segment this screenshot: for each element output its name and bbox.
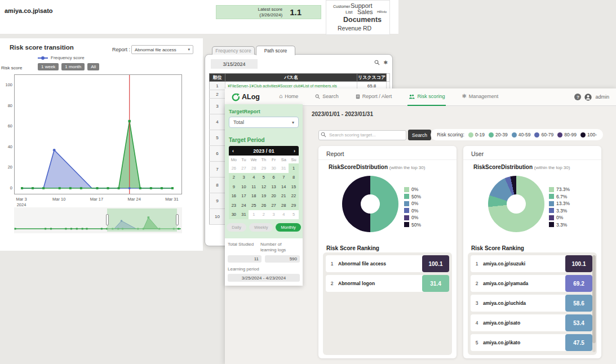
- calendar-date-cell[interactable]: 30: [269, 163, 279, 173]
- calendar-date-cell[interactable]: 5: [289, 210, 299, 220]
- calendar-date-cell[interactable]: 23: [229, 201, 239, 210]
- target-report-label: TargetReport: [229, 109, 299, 114]
- user-ranking-list: 1 amiya.co.jp\suzuki 100.12 amiya.co.jp\…: [468, 252, 597, 355]
- calendar-date-cell[interactable]: 18: [249, 192, 259, 201]
- calendar-date-cell[interactable]: 2: [259, 210, 269, 220]
- user-icon[interactable]: [584, 94, 592, 101]
- calendar-date-cell[interactable]: 31: [239, 210, 249, 220]
- donut-legend-item: 73.3%: [549, 187, 570, 192]
- calendar-date-cell[interactable]: 15: [289, 182, 299, 192]
- calendar-date-cell[interactable]: 19: [259, 192, 269, 201]
- nav-risk-scoring[interactable]: Risk scoring: [407, 88, 446, 106]
- date-range-label: 2023/01/01 - 2023/01/31: [312, 111, 373, 117]
- donut-legend-item: 6.7%: [549, 194, 570, 199]
- ranking-row[interactable]: 5 amiya.co.jp\kato 47.5: [471, 334, 592, 351]
- calendar-date-cell[interactable]: 1: [249, 210, 259, 220]
- people-icon: [409, 94, 415, 99]
- range-handle-left[interactable]: [106, 214, 109, 225]
- calendar-date-cell[interactable]: 8: [289, 173, 299, 183]
- calendar-date-cell[interactable]: 30: [229, 210, 239, 220]
- range-button-1week[interactable]: 1 week: [38, 63, 59, 70]
- scrollbar[interactable]: [592, 255, 596, 352]
- nav-report-alert[interactable]: Report / Alert: [354, 88, 393, 106]
- calendar-date-cell[interactable]: 11: [249, 182, 259, 192]
- tab-frequency-score[interactable]: Frequency score: [212, 46, 255, 55]
- calendar-date-cell[interactable]: 25: [249, 201, 259, 210]
- calendar-date-cell[interactable]: 10: [239, 182, 249, 192]
- risk-band-legend-item: 60-79: [534, 132, 553, 137]
- search-scoring-input[interactable]: [318, 130, 406, 140]
- ranking-row[interactable]: 3 amiya.co.jp\uchida 58.6: [471, 295, 592, 312]
- target-report-select[interactable]: Total▾: [229, 117, 299, 128]
- calendar-date-cell[interactable]: 24: [239, 201, 249, 210]
- calendar-date-cell[interactable]: 27: [239, 163, 249, 173]
- tab-path-score[interactable]: Path score: [256, 46, 295, 55]
- calendar-date-cell[interactable]: 4: [278, 210, 289, 220]
- calendar-date-cell[interactable]: 3: [269, 210, 279, 220]
- calendar-date-cell[interactable]: 17: [239, 192, 249, 201]
- help-icon[interactable]: ?: [574, 94, 581, 100]
- band-color-dot: [580, 132, 586, 137]
- alog-logo[interactable]: ALog: [232, 93, 260, 101]
- calendar-date-cell[interactable]: 6: [269, 173, 279, 183]
- range-selector-chart[interactable]: [14, 207, 182, 233]
- calendar-date-cell[interactable]: 9: [229, 182, 239, 192]
- ranking-row[interactable]: 4 amiya.co.jp\sato 53.4: [471, 314, 592, 331]
- selected-range-region[interactable]: [107, 208, 177, 232]
- calendar-date-cell[interactable]: 31: [278, 163, 289, 173]
- ranking-row[interactable]: 1 Abnormal file access 100.1: [326, 255, 449, 272]
- calendar-day-name: Fr: [269, 156, 279, 163]
- calendar-next-icon[interactable]: ›: [294, 148, 295, 154]
- nav-management[interactable]: ✱ Management: [460, 88, 499, 106]
- range-handle-right[interactable]: [176, 214, 179, 225]
- calendar-date-cell[interactable]: 2: [229, 173, 239, 183]
- y-axis-tick: 60: [2, 123, 12, 128]
- x-axis-tick: Mar 17: [85, 197, 109, 202]
- range-button-all[interactable]: All: [87, 63, 99, 70]
- calendar-date-cell[interactable]: 26: [259, 201, 269, 210]
- calendar-date-cell[interactable]: 28: [278, 201, 289, 210]
- calendar-date-cell[interactable]: 27: [269, 201, 279, 210]
- rank-number: 2: [471, 281, 483, 286]
- settings-icon[interactable]: ✱: [383, 60, 388, 65]
- calendar-date-cell[interactable]: 14: [278, 182, 289, 192]
- calendar-date-cell[interactable]: 1: [289, 163, 299, 173]
- calendar-date-cell[interactable]: 28: [249, 163, 259, 173]
- calendar-date-cell[interactable]: 21: [278, 192, 289, 201]
- nav-search[interactable]: Search: [314, 88, 340, 106]
- rank-number: 4: [471, 320, 483, 326]
- calendar-date-cell[interactable]: 13: [269, 182, 279, 192]
- ranking-row[interactable]: 2 amiya.co.jp\yamada 69.2: [471, 275, 592, 292]
- x-axis-tick: Mar 10: [47, 197, 72, 202]
- rank-cell: 4: [210, 114, 225, 130]
- ranking-row[interactable]: 2 Abnormal logon 31.4: [326, 275, 449, 292]
- calendar-date-cell[interactable]: 29: [259, 163, 269, 173]
- calendar-date-cell[interactable]: 29: [289, 201, 299, 210]
- calendar-date-cell[interactable]: 3: [239, 173, 249, 183]
- scoring-search: Search: [318, 130, 431, 140]
- search-icon[interactable]: [374, 60, 380, 65]
- ranking-row[interactable]: 1 amiya.co.jp\suzuki 100.1: [471, 255, 592, 272]
- nav-home[interactable]: ⌂ Home: [278, 88, 299, 106]
- calendar-date-cell[interactable]: 16: [229, 192, 239, 201]
- view-weekly-button[interactable]: Weekly: [249, 223, 273, 232]
- calendar-date-cell[interactable]: 12: [259, 182, 269, 192]
- calendar-date-cell[interactable]: 22: [289, 192, 299, 201]
- calendar-date-cell[interactable]: 4: [249, 173, 259, 183]
- word-cloud-tag: Documents: [343, 16, 382, 24]
- date-input[interactable]: 3/15/2024: [211, 59, 258, 69]
- line-marker-icon: [38, 57, 48, 59]
- scrollbar-thumb[interactable]: [592, 255, 596, 343]
- calendar-date-cell[interactable]: 7: [278, 173, 289, 183]
- calendar-date-cell[interactable]: 20: [269, 192, 279, 201]
- search-button[interactable]: Search: [408, 130, 431, 140]
- score-badge: 58.6: [565, 295, 592, 312]
- view-daily-button[interactable]: Daily: [227, 223, 246, 232]
- admin-label[interactable]: admin: [595, 94, 609, 100]
- report-select[interactable]: Abnormal file access▾: [131, 45, 193, 54]
- view-monthly-button[interactable]: Monthly: [276, 223, 300, 232]
- range-button-1month[interactable]: 1 month: [61, 63, 85, 70]
- chevron-down-icon: ▾: [292, 120, 294, 125]
- calendar-date-cell[interactable]: 5: [259, 173, 269, 183]
- calendar-date-cell[interactable]: 26: [229, 163, 239, 173]
